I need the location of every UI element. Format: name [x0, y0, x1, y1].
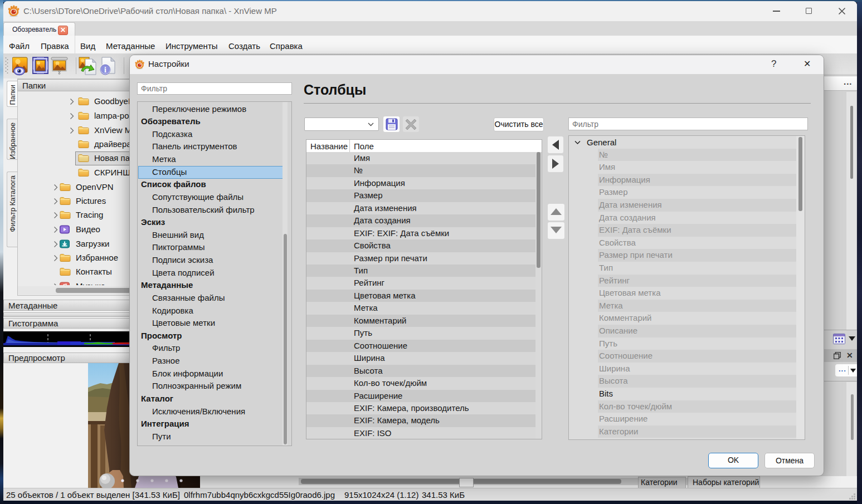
svg-text:i: i [104, 66, 106, 74]
